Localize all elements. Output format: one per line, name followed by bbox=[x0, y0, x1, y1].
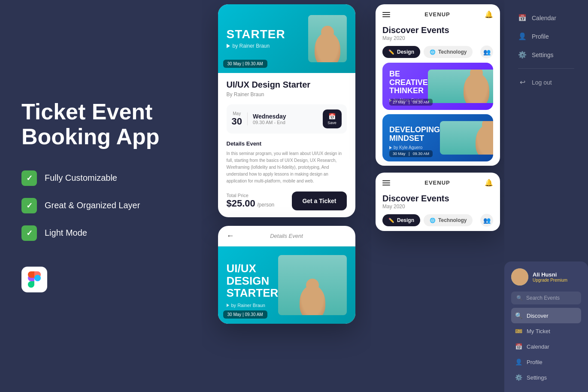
people-icon: 👥 bbox=[483, 49, 491, 55]
bell-icon[interactable]: 🔔 bbox=[485, 10, 493, 18]
price-label: Total Price bbox=[227, 193, 275, 198]
vertical-divider bbox=[247, 112, 248, 125]
discover-title: Discover Events May 2020 bbox=[376, 23, 500, 46]
event-card-body: UI/UX Design Starter By Rainer Braun May… bbox=[218, 73, 355, 217]
hamburger-line bbox=[382, 14, 390, 15]
discover-icon: 🔍 bbox=[515, 312, 522, 319]
logout-button[interactable]: ↩ Log out bbox=[511, 73, 581, 91]
event-title: UI/UX Design Starter bbox=[227, 80, 347, 90]
details-text: In this seminar program, you will learn … bbox=[227, 150, 347, 185]
sidebar-item-calendar[interactable]: 📅 Calendar bbox=[511, 9, 581, 27]
header-title: Details Event bbox=[270, 233, 303, 239]
bottom-hero: UI/UX DESIGN STARTER by Rainer Braun 30 … bbox=[218, 246, 355, 324]
back-button[interactable]: ← bbox=[227, 231, 234, 240]
design-tab-2[interactable]: ✏️ Design bbox=[382, 214, 420, 226]
search-bar[interactable]: 🔍 Search Events bbox=[511, 292, 581, 304]
event-by-2: by Kyle Aguero bbox=[389, 145, 440, 150]
sidebar: 📅 Calendar 👤 Profile ⚙️ Settings ↩ Log o… bbox=[504, 0, 588, 392]
event-big-title: BE CREATIVETHINKER bbox=[389, 70, 428, 95]
logout-icon: ↩ bbox=[518, 78, 527, 86]
save-button[interactable]: 📅 Save bbox=[323, 109, 342, 128]
event-card-text-2: DEVELOPINGMINDSET by Kyle Aguero bbox=[389, 126, 440, 150]
panel-nav-my-ticket[interactable]: 🎫 My Ticket bbox=[511, 323, 581, 339]
people-icon-2: 👥 bbox=[483, 217, 491, 224]
hamburger-menu[interactable] bbox=[382, 12, 390, 17]
technology-tab[interactable]: 🌐 Technology bbox=[424, 46, 473, 58]
bottom-date-badge: 30 May | 09.30 AM bbox=[223, 310, 267, 319]
sidebar-item-settings[interactable]: ⚙️ Settings bbox=[511, 46, 581, 64]
more-button[interactable]: 👥 bbox=[480, 46, 493, 58]
price-display: $25.00 /person bbox=[227, 198, 275, 209]
panel-nav-settings[interactable]: ⚙️ Settings bbox=[511, 370, 581, 385]
discover-title-2: Discover Events May 2020 bbox=[376, 191, 500, 214]
price-row: Total Price $25.00 /person Get a Ticket bbox=[227, 191, 347, 210]
bell-icon-2[interactable]: 🔔 bbox=[485, 179, 493, 187]
bottom-hero-avatar bbox=[278, 255, 346, 315]
figma-logo bbox=[21, 267, 47, 292]
calendar-nav-icon: 📅 bbox=[518, 14, 527, 22]
user-name: Ali Husni bbox=[533, 271, 567, 278]
discover-header-2: EVENUP 🔔 bbox=[376, 173, 500, 191]
sidebar-nav-top: 📅 Calendar 👤 Profile ⚙️ Settings ↩ Log o… bbox=[504, 0, 588, 98]
arrow-icon bbox=[227, 304, 229, 307]
bottom-hero-by: by Rainer Braun bbox=[227, 303, 279, 308]
sidebar-divider bbox=[518, 68, 574, 69]
more-button-2[interactable]: 👥 bbox=[480, 214, 493, 227]
center-area: STARTER by Rainer Braun 30 May | 09.30 A… bbox=[202, 0, 371, 392]
event-card-developing[interactable]: DEVELOPINGMINDSET by Kyle Aguero 30 May … bbox=[382, 114, 493, 161]
hamburger-menu-2[interactable] bbox=[382, 180, 390, 185]
card-avatar-1 bbox=[428, 70, 493, 103]
calendar-icon: 📅 bbox=[328, 113, 336, 120]
card-date-badge-1: 27 May | 09.30 AM bbox=[389, 99, 433, 106]
date-time: 09.30 AM - End bbox=[253, 120, 318, 125]
event-big-title-2: DEVELOPINGMINDSET bbox=[389, 126, 440, 143]
technology-tab-2[interactable]: 🌐 Technology bbox=[424, 214, 473, 226]
hamburger-line bbox=[382, 16, 390, 17]
event-hero: STARTER by Rainer Braun 30 May | 09.30 A… bbox=[218, 4, 355, 73]
app-title: Ticket Event Booking App bbox=[21, 100, 180, 149]
search-icon: 🔍 bbox=[516, 295, 523, 301]
price-per: /person bbox=[257, 202, 274, 208]
event-card-creative[interactable]: BE CREATIVETHINKER by Alexs Graive 27 Ma… bbox=[382, 63, 493, 110]
discover-panels: EVENUP 🔔 Discover Events May 2020 ✏️ Des… bbox=[371, 0, 504, 392]
event-author: By Rainer Braun bbox=[227, 91, 347, 97]
hero-date-badge: 30 May | 09.30 AM bbox=[223, 60, 267, 68]
panel-nav-discover[interactable]: 🔍 Discover bbox=[511, 308, 581, 323]
date-box: May 30 bbox=[232, 111, 242, 127]
hamburger-line bbox=[382, 185, 390, 185]
calendar-panel-icon: 📅 bbox=[515, 343, 522, 350]
check-icon-2 bbox=[21, 198, 37, 213]
bottom-hero-title: UI/UX DESIGN STARTER bbox=[227, 262, 279, 299]
hero-title: STARTER bbox=[227, 28, 285, 40]
profile-panel-icon: 👤 bbox=[515, 359, 522, 365]
settings-nav-icon: ⚙️ bbox=[518, 51, 527, 59]
arrow-icon bbox=[227, 44, 230, 48]
pencil-icon-2: ✏️ bbox=[388, 218, 394, 223]
user-details: Ali Husni Upgrade Premium bbox=[533, 271, 567, 283]
feature-item-2: Great & Organized Layer bbox=[21, 198, 180, 213]
sidebar-item-profile[interactable]: 👤 Profile bbox=[511, 27, 581, 46]
details-section: Details Event In this seminar program, y… bbox=[227, 140, 347, 185]
feature-label-2: Great & Organized Layer bbox=[45, 201, 140, 210]
profile-panel-label: Profile bbox=[527, 359, 543, 365]
developing-bg: DEVELOPINGMINDSET by Kyle Aguero 30 May … bbox=[382, 114, 493, 161]
arrow-icon-2 bbox=[389, 146, 392, 149]
feature-label-1: Fully Customizable bbox=[45, 173, 117, 183]
design-tab[interactable]: ✏️ Design bbox=[382, 46, 420, 58]
panel-nav-calendar[interactable]: 📅 Calendar bbox=[511, 339, 581, 354]
card-date-badge-2: 30 May | 09.30 AM bbox=[389, 150, 433, 157]
globe-icon-2: 🌐 bbox=[430, 218, 436, 223]
card-avatar-2 bbox=[440, 121, 493, 155]
panel-nav-profile[interactable]: 👤 Profile bbox=[511, 354, 581, 370]
date-day: 30 bbox=[232, 116, 242, 127]
bottom-hero-text: UI/UX DESIGN STARTER by Rainer Braun bbox=[227, 262, 279, 308]
upgrade-badge[interactable]: Upgrade Premium bbox=[533, 278, 567, 283]
date-weekday: Wednesday bbox=[253, 113, 318, 120]
category-tabs-2: ✏️ Design 🌐 Technology 👥 bbox=[376, 214, 500, 231]
category-tabs: ✏️ Design 🌐 Technology 👥 bbox=[376, 46, 500, 63]
feature-label-3: Light Mode bbox=[45, 228, 87, 238]
search-placeholder: Search Events bbox=[526, 295, 560, 301]
get-ticket-button[interactable]: Get a Ticket bbox=[292, 191, 346, 210]
settings-panel-icon: ⚙️ bbox=[515, 374, 522, 381]
details-heading: Details Event bbox=[227, 140, 347, 147]
